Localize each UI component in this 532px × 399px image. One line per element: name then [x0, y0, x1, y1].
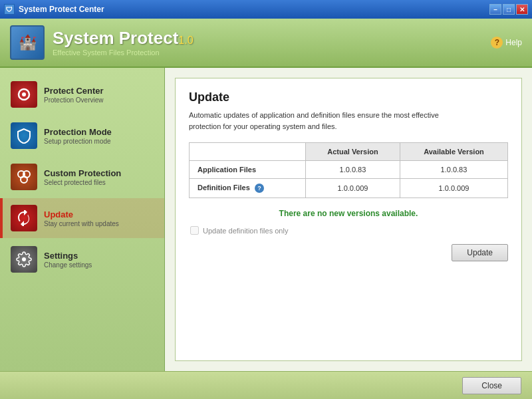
definition-files-label: Definition Files ? — [190, 179, 306, 198]
sidebar-item-protect-center[interactable]: Protect Center Protection Overview — [0, 74, 164, 114]
update-button-row: Update — [189, 244, 508, 261]
sidebar-settings-subtitle: Change settings — [44, 261, 92, 269]
table-header-name — [190, 143, 306, 161]
definition-files-help-icon[interactable]: ? — [255, 184, 264, 193]
settings-icon — [11, 246, 37, 273]
sidebar-settings-title: Settings — [44, 251, 92, 261]
title-bar-left: 🛡 System Protect Center — [4, 4, 104, 15]
panel-box: Update Automatic updates of application … — [175, 78, 522, 361]
protection-mode-text: Protection Mode Setup protection mode — [44, 127, 112, 145]
app-version: 1.0 — [178, 35, 193, 46]
logo-icon: 🏰 — [10, 25, 45, 60]
content-area: Protect Center Protection Overview Prote… — [0, 68, 532, 371]
update-definition-only-checkbox[interactable] — [190, 226, 199, 235]
update-button[interactable]: Update — [452, 244, 508, 261]
app-header: 🏰 System Protect1.0 Effective System Fil… — [0, 19, 532, 68]
title-bar-buttons: – □ ✕ — [489, 4, 528, 15]
sidebar-update-title: Update — [44, 209, 119, 219]
panel-description: Automatic updates of application and def… — [189, 110, 468, 132]
update-text: Update Stay current with updates — [44, 209, 119, 227]
sidebar-item-custom-protection[interactable]: Custom Protection Select protected files — [0, 157, 164, 197]
restore-button[interactable]: □ — [503, 4, 515, 15]
sidebar-protect-center-subtitle: Protection Overview — [44, 96, 104, 104]
definition-files-available: 1.0.0.009 — [400, 179, 507, 198]
sidebar-item-update[interactable]: Update Stay current with updates — [0, 198, 164, 238]
logo-area: 🏰 System Protect1.0 Effective System Fil… — [10, 25, 194, 60]
sidebar-protect-center-title: Protect Center — [44, 86, 104, 96]
protect-center-icon — [11, 81, 37, 108]
sidebar-item-protection-mode[interactable]: Protection Mode Setup protection mode — [0, 116, 164, 156]
close-button[interactable]: Close — [462, 377, 521, 394]
app-subtitle: Effective System Files Protection — [53, 49, 194, 57]
sidebar-protection-mode-subtitle: Setup protection mode — [44, 138, 112, 145]
minimize-button[interactable]: – — [489, 4, 501, 15]
table-header-actual: Actual Version — [305, 143, 400, 161]
app-files-label: Application Files — [190, 161, 306, 179]
table-header-available: Available Version — [400, 143, 507, 161]
table-row-app-files: Application Files 1.0.0.83 1.0.0.83 — [190, 161, 508, 179]
sidebar: Protect Center Protection Overview Prote… — [0, 68, 165, 371]
svg-point-1 — [22, 92, 26, 96]
update-icon — [11, 205, 37, 231]
definition-files-actual: 1.0.0.009 — [305, 179, 400, 198]
table-row-definition-files: Definition Files ? 1.0.0.009 1.0.0.009 — [190, 179, 508, 198]
protection-mode-icon — [11, 122, 37, 149]
svg-point-4 — [21, 176, 27, 183]
panel-title: Update — [189, 90, 508, 104]
svg-point-5 — [22, 257, 26, 261]
main-panel: Update Automatic updates of application … — [165, 68, 532, 371]
app-files-actual: 1.0.0.83 — [305, 161, 400, 179]
sidebar-update-subtitle: Stay current with updates — [44, 220, 119, 227]
update-table: Actual Version Available Version Applica… — [189, 142, 508, 198]
update-checkbox-label: Update definition files only — [203, 227, 288, 235]
window-body: 🏰 System Protect1.0 Effective System Fil… — [0, 19, 532, 399]
help-icon: ? — [491, 37, 503, 49]
protect-center-text: Protect Center Protection Overview — [44, 86, 104, 104]
window-close-button[interactable]: ✕ — [516, 4, 528, 15]
sidebar-custom-protection-subtitle: Select protected files — [44, 179, 121, 186]
help-label: Help — [505, 38, 522, 47]
settings-text: Settings Change settings — [44, 251, 92, 269]
sidebar-item-settings[interactable]: Settings Change settings — [0, 239, 164, 279]
no-updates-message: There are no new versions available. — [189, 209, 508, 218]
app-files-available: 1.0.0.83 — [400, 161, 507, 179]
title-icon: 🛡 — [4, 4, 15, 15]
sidebar-custom-protection-title: Custom Protection — [44, 168, 121, 178]
bottom-bar: Close — [0, 371, 532, 399]
help-link[interactable]: ? Help — [491, 37, 522, 49]
title-bar: 🛡 System Protect Center – □ ✕ — [0, 0, 532, 19]
logo-text: System Protect1.0 Effective System Files… — [53, 29, 194, 57]
window-title: System Protect Center — [19, 5, 104, 14]
app-name: System Protect1.0 — [53, 29, 194, 48]
sidebar-protection-mode-title: Protection Mode — [44, 127, 112, 137]
update-checkbox-row: Update definition files only — [189, 226, 508, 235]
custom-protection-icon — [11, 164, 37, 190]
custom-protection-text: Custom Protection Select protected files — [44, 168, 121, 186]
